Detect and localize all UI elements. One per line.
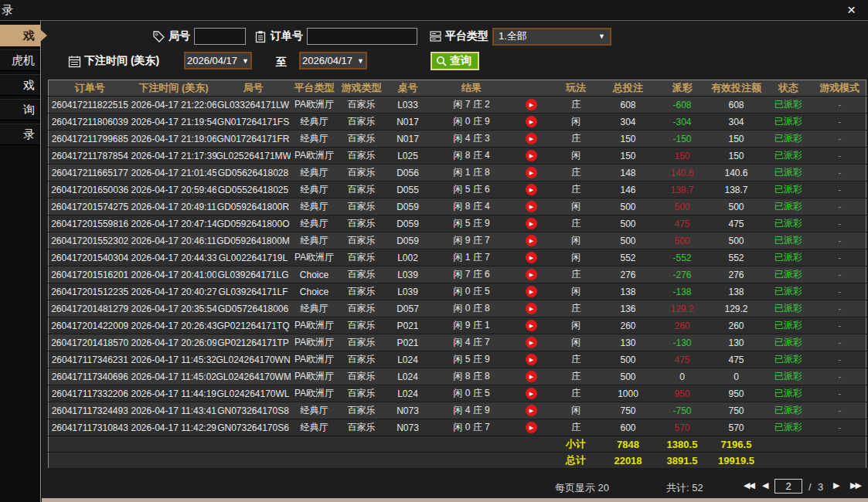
subtotal-total-bet: 7848 xyxy=(601,436,655,453)
platform-selected-value: 1.全部 xyxy=(499,29,527,43)
cell-order-id: 260417211806039 xyxy=(49,114,131,131)
cell-order-id: 260417201422009 xyxy=(49,317,131,334)
platform-select[interactable]: 1.全部 ▼ xyxy=(492,28,611,46)
cell-valid-bet: 129.2 xyxy=(710,300,764,317)
page-separator: / xyxy=(808,481,812,493)
cell-round-id: GD0592641800R xyxy=(216,198,291,215)
cell-bet-time: 2026-04-17 21:17:39 xyxy=(131,148,216,165)
video-play-icon[interactable]: ▶ xyxy=(526,405,537,416)
video-play-icon[interactable]: ▶ xyxy=(526,337,537,348)
cell-round-id: GL033264171LW xyxy=(216,97,291,114)
cell-video: ▶ xyxy=(512,165,551,181)
video-play-icon[interactable]: ▶ xyxy=(526,269,537,280)
video-play-icon[interactable]: ▶ xyxy=(526,218,537,229)
cell-round-id: GD05626418028 xyxy=(216,165,291,181)
cell-platform: 经典厅 xyxy=(291,300,339,317)
sidebar: 戏 虎机 戏 询 录 xyxy=(0,21,41,502)
cell-bet-time: 2026-04-17 11:43:41 xyxy=(131,402,216,419)
cell-status: 已派彩 xyxy=(764,402,814,419)
video-play-icon[interactable]: ▶ xyxy=(526,99,537,110)
cell-game-type: 百家乐 xyxy=(339,148,385,165)
cell-order-id: 260417211822515 xyxy=(49,97,131,114)
cell-bet-time: 2026-04-17 20:47:14 xyxy=(131,215,216,232)
cell-payout: 475 xyxy=(655,215,710,232)
cell-platform: PA欧洲厅 xyxy=(291,148,339,165)
cell-play: 庄 xyxy=(551,385,601,402)
cell-game-type: 百家乐 xyxy=(339,300,385,317)
cell-play: 闲 xyxy=(551,249,601,266)
cell-result: 闲 1 庄 8 xyxy=(431,165,512,181)
cell-valid-bet: 260 xyxy=(710,317,764,334)
cell-payout: -276 xyxy=(655,266,710,283)
sidebar-item-live-game[interactable]: 戏 xyxy=(0,25,40,46)
cell-total-bet: 1000 xyxy=(601,385,655,402)
cell-table-no: N017 xyxy=(385,114,431,131)
cell-payout: 0 xyxy=(655,368,710,385)
video-play-icon[interactable]: ▶ xyxy=(526,388,537,399)
prev-page-icon[interactable]: ◀ xyxy=(762,480,768,490)
video-play-icon[interactable]: ▶ xyxy=(526,303,537,314)
close-icon[interactable]: × xyxy=(844,2,859,19)
sidebar-item-records[interactable]: 录 xyxy=(0,124,40,145)
video-play-icon[interactable]: ▶ xyxy=(526,184,537,195)
cell-status: 已派彩 xyxy=(764,131,814,148)
grand-total-row: 总计 22018 3891.5 19919.5 xyxy=(49,453,866,469)
cell-round-id: GL024264170WL xyxy=(216,385,291,402)
cell-bet-time: 2026-04-17 20:46:11 xyxy=(131,232,216,249)
bet-time-label: 下注时间 (美东) xyxy=(84,54,159,68)
cell-round-id: GN073264170S8 xyxy=(216,402,291,419)
cell-bet-time: 2026-04-17 21:19:06 xyxy=(131,131,216,148)
cell-play: 闲 xyxy=(551,402,601,419)
date-from-value: 2026/04/17 xyxy=(187,55,237,66)
table-row: 2604172015162012026-04-17 20:41:00GL0392… xyxy=(49,266,866,283)
cell-order-id: 260417201574275 xyxy=(49,198,131,215)
cell-result: 闲 1 庄 7 xyxy=(431,249,512,266)
cell-result: 闲 5 庄 9 xyxy=(431,351,512,368)
query-button-label: 查询 xyxy=(450,54,471,68)
video-play-icon[interactable]: ▶ xyxy=(526,235,537,246)
video-play-icon[interactable]: ▶ xyxy=(526,150,537,161)
date-from-picker[interactable]: 2026/04/17 ▼ xyxy=(184,52,252,70)
video-play-icon[interactable]: ▶ xyxy=(526,201,537,212)
video-play-icon[interactable]: ▶ xyxy=(526,167,537,178)
sidebar-item-query[interactable]: 询 xyxy=(0,99,40,120)
sidebar-item-game[interactable]: 戏 xyxy=(0,74,40,96)
query-button[interactable]: 查询 xyxy=(431,52,479,70)
video-play-icon[interactable]: ▶ xyxy=(526,252,537,263)
cell-table-no: L025 xyxy=(385,148,431,165)
date-to-picker[interactable]: 2026/04/17 ▼ xyxy=(299,52,367,70)
video-play-icon[interactable]: ▶ xyxy=(526,371,537,382)
next-page-icon[interactable]: ▶ xyxy=(833,480,839,490)
cell-order-id: 260417117324493 xyxy=(49,402,131,419)
cell-total-bet: 552 xyxy=(601,249,655,266)
video-play-icon[interactable]: ▶ xyxy=(526,320,537,331)
platform-label: 平台类型 xyxy=(445,29,488,43)
cell-payout: -150 xyxy=(655,131,710,148)
cell-payout: 950 xyxy=(655,385,710,402)
cell-play: 庄 xyxy=(551,97,601,114)
first-page-icon[interactable]: ◀◀ xyxy=(744,480,754,490)
cell-status: 已派彩 xyxy=(764,215,814,232)
cell-total-bet: 260 xyxy=(601,317,655,334)
round-input[interactable] xyxy=(194,28,246,45)
cell-bet-time: 2026-04-17 20:40:27 xyxy=(131,283,216,300)
video-play-icon[interactable]: ▶ xyxy=(526,116,537,127)
cell-round-id: GN017264171FS xyxy=(216,114,291,131)
video-play-icon[interactable]: ▶ xyxy=(526,286,537,297)
video-play-icon[interactable]: ▶ xyxy=(526,133,537,144)
order-input[interactable] xyxy=(307,28,417,45)
cell-video: ▶ xyxy=(512,334,551,351)
video-play-icon[interactable]: ▶ xyxy=(526,422,537,433)
table-row: 2604172014220092026-04-17 20:26:43GP0212… xyxy=(49,317,866,334)
video-play-icon[interactable]: ▶ xyxy=(526,354,537,365)
cell-play: 闲 xyxy=(551,283,601,300)
cell-video: ▶ xyxy=(512,419,551,436)
last-page-icon[interactable]: ▶▶ xyxy=(850,480,860,490)
page-number-input[interactable] xyxy=(774,479,802,494)
grand-total-total-bet: 22018 xyxy=(601,453,655,469)
cell-total-bet: 150 xyxy=(601,131,655,148)
sidebar-item-slots[interactable]: 虎机 xyxy=(0,49,40,71)
cell-valid-bet: 500 xyxy=(710,198,764,215)
cell-video: ▶ xyxy=(512,385,551,402)
cell-video: ▶ xyxy=(512,300,551,317)
